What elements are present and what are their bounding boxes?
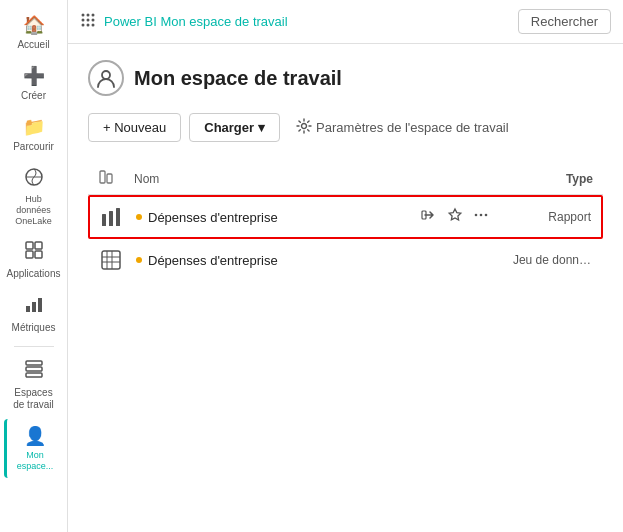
- sidebar-item-accueil[interactable]: 🏠 Accueil: [4, 8, 64, 57]
- sidebar-item-label: Espaces de travail: [8, 387, 60, 411]
- svg-rect-22: [100, 171, 105, 183]
- more-icon[interactable]: [471, 205, 491, 229]
- sidebar: 🏠 Accueil ➕ Créer 📁 Parcourir Hub donnée…: [0, 0, 68, 532]
- new-button[interactable]: + Nouveau: [88, 113, 181, 142]
- svg-rect-8: [26, 361, 42, 365]
- workspace-avatar: [88, 60, 124, 96]
- sidebar-item-metriques[interactable]: Métriques: [4, 288, 64, 340]
- svg-point-19: [92, 23, 95, 26]
- sidebar-item-mon[interactable]: 👤 Mon espace...: [4, 419, 64, 478]
- grid-icon[interactable]: [80, 12, 96, 32]
- sidebar-item-label: Applications: [7, 268, 61, 280]
- page-header: Mon espace de travail: [88, 60, 603, 96]
- topbar: Power BI Mon espace de travail Recherche…: [68, 0, 623, 44]
- svg-rect-5: [26, 306, 30, 312]
- svg-rect-10: [26, 373, 42, 377]
- sidebar-item-label: Parcourir: [13, 141, 54, 153]
- svg-point-29: [480, 214, 483, 217]
- star-icon[interactable]: [445, 205, 465, 229]
- workspaces-icon: [24, 359, 44, 384]
- sidebar-item-label: Créer: [21, 90, 46, 102]
- metrics-icon: [24, 294, 44, 319]
- sidebar-item-label: Métriques: [12, 322, 56, 334]
- user-icon: 👤: [24, 425, 46, 447]
- svg-point-28: [475, 214, 478, 217]
- row-type-0: Rapport: [491, 210, 591, 224]
- row-name-0: Dépenses d'entreprise: [136, 210, 411, 225]
- gear-icon: [296, 118, 312, 137]
- svg-point-13: [92, 13, 95, 16]
- chevron-down-icon: ▾: [258, 120, 265, 135]
- svg-rect-26: [116, 208, 120, 226]
- sidebar-item-label: Accueil: [17, 39, 49, 51]
- svg-rect-31: [102, 251, 120, 269]
- svg-point-20: [102, 71, 110, 79]
- svg-point-21: [302, 124, 307, 129]
- charger-label: Charger: [204, 120, 254, 135]
- svg-rect-25: [109, 211, 113, 226]
- sidebar-item-label: Mon espace...: [11, 450, 60, 472]
- breadcrumb-app[interactable]: Power BI Mon espace de travail: [104, 14, 288, 29]
- items-table: Nom Type Dépenses d'entreprise: [88, 163, 603, 281]
- home-icon: 🏠: [23, 14, 45, 36]
- sidebar-item-hub[interactable]: Hub données OneLake: [4, 161, 64, 232]
- row-name-1: Dépenses d'entreprise: [136, 253, 411, 268]
- settings-label: Paramètres de l'espace de travail: [316, 120, 509, 135]
- page-title: Mon espace de travail: [134, 67, 342, 90]
- svg-point-14: [82, 18, 85, 21]
- status-dot-1: [136, 257, 142, 263]
- settings-button[interactable]: Paramètres de l'espace de travail: [288, 112, 517, 143]
- sidebar-item-applications[interactable]: Applications: [4, 234, 64, 286]
- col-type-header: Type: [493, 172, 593, 186]
- row-icon-0: [100, 206, 136, 228]
- svg-point-30: [485, 214, 488, 217]
- apps-icon: [24, 240, 44, 265]
- main-area: Power BI Mon espace de travail Recherche…: [68, 0, 623, 532]
- col-icon-header: [98, 169, 134, 188]
- table-row[interactable]: Dépenses d'entreprise: [88, 195, 603, 239]
- table-header: Nom Type: [88, 163, 603, 195]
- svg-point-12: [87, 13, 90, 16]
- svg-point-17: [82, 23, 85, 26]
- svg-rect-6: [32, 302, 36, 312]
- svg-rect-23: [107, 174, 112, 183]
- folder-icon: 📁: [23, 116, 45, 138]
- content-area: Mon espace de travail + Nouveau Charger …: [68, 44, 623, 532]
- share-icon[interactable]: [419, 205, 439, 229]
- sidebar-item-espaces[interactable]: Espaces de travail: [4, 353, 64, 417]
- table-row[interactable]: Dépenses d'entreprise Jeu de donn…: [88, 239, 603, 281]
- sidebar-item-label: Hub données OneLake: [8, 194, 60, 226]
- divider: [14, 346, 54, 347]
- svg-rect-24: [102, 214, 106, 226]
- search-button[interactable]: Rechercher: [518, 9, 611, 34]
- svg-point-11: [82, 13, 85, 16]
- svg-rect-2: [35, 242, 42, 249]
- svg-rect-1: [26, 242, 33, 249]
- row-icon-1: [100, 249, 136, 271]
- svg-rect-9: [26, 367, 42, 371]
- sidebar-item-parcourir[interactable]: 📁 Parcourir: [4, 110, 64, 159]
- toolbar: + Nouveau Charger ▾ Paramètres de l'espa…: [88, 112, 603, 143]
- status-dot-0: [136, 214, 142, 220]
- svg-point-15: [87, 18, 90, 21]
- charger-button[interactable]: Charger ▾: [189, 113, 280, 142]
- svg-rect-3: [26, 251, 33, 258]
- plus-icon: ➕: [23, 65, 45, 87]
- svg-point-18: [87, 23, 90, 26]
- svg-point-16: [92, 18, 95, 21]
- svg-rect-4: [35, 251, 42, 258]
- row-actions-0: [411, 205, 491, 229]
- sidebar-item-creer[interactable]: ➕ Créer: [4, 59, 64, 108]
- col-name-header: Nom: [134, 172, 493, 186]
- svg-rect-7: [38, 298, 42, 312]
- row-type-1: Jeu de donn…: [491, 253, 591, 267]
- hub-icon: [24, 167, 44, 191]
